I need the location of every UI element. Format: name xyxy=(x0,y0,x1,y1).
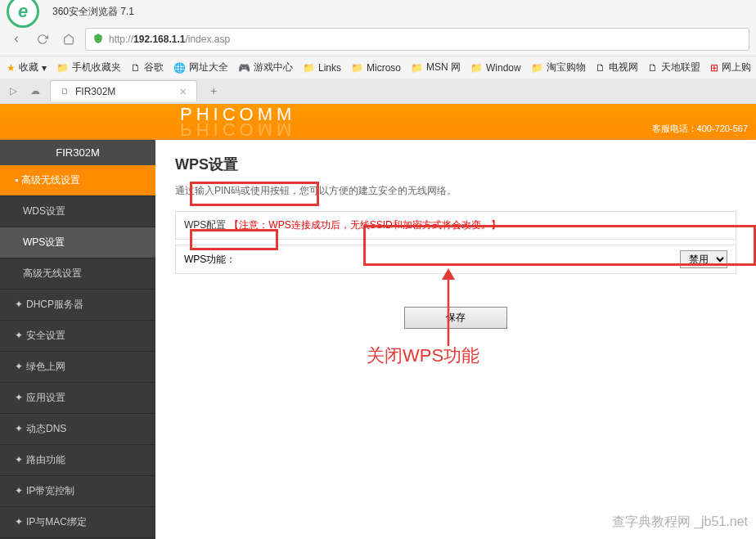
home-button[interactable] xyxy=(59,29,79,49)
sidebar-item-routing[interactable]: ✦路由功能 xyxy=(0,445,155,476)
bookmark-microso[interactable]: 📁Microso xyxy=(351,62,401,74)
content-area: WPS设置 通过输入PIN码或使用按钮，您可以方便的建立安全的无线网络。 WPS… xyxy=(155,140,756,539)
phicomm-logo: PHICOMM PHICOMM xyxy=(180,104,295,140)
wps-select[interactable]: 禁用 xyxy=(680,250,727,268)
back-button[interactable] xyxy=(7,29,26,49)
config-warning: 【注意：WPS连接成功后，无线SSID和加密方式将会改变。】 xyxy=(229,218,500,232)
tab-history-button[interactable]: ▷ xyxy=(7,82,20,100)
wps-function-row: WPS功能： 禁用 xyxy=(175,245,736,274)
page-title: WPS设置 xyxy=(175,155,736,174)
sidebar: FIR302M ▪高级无线设置 WDS设置 WPS设置 高级无线设置 ✦DHCP… xyxy=(0,140,155,539)
page-icon: 🗋 xyxy=(648,62,658,74)
url-bar[interactable]: http://192.168.1.1/index.asp xyxy=(85,28,749,51)
router-body: FIR302M ▪高级无线设置 WDS设置 WPS设置 高级无线设置 ✦DHCP… xyxy=(0,140,756,539)
sidebar-item-security[interactable]: ✦安全设置 xyxy=(0,321,155,352)
bookmark-games[interactable]: 🎮游戏中心 xyxy=(238,61,293,74)
folder-icon: 📁 xyxy=(303,62,315,74)
browser-chrome: e 360安全浏览器 7.1 http://192.168.1.1/index.… xyxy=(0,0,756,104)
refresh-button[interactable] xyxy=(33,29,52,49)
router-header: PHICOMM PHICOMM 客服电话：400-720-567 xyxy=(0,104,756,140)
grid-icon: ⊞ xyxy=(710,62,718,74)
tab-bar: ▷ ☁ 🗋 FIR302M × + xyxy=(0,79,756,103)
config-label: WPS配置 xyxy=(184,218,226,232)
page-icon: 🗋 xyxy=(131,62,141,74)
sidebar-item-wps[interactable]: WPS设置 xyxy=(0,227,155,258)
folder-icon: 📁 xyxy=(411,62,423,74)
folder-icon: 📁 xyxy=(56,62,69,74)
browser-title: 360安全浏览器 7.1 xyxy=(52,5,134,19)
title-bar: e 360安全浏览器 7.1 xyxy=(0,0,756,23)
bookmark-window[interactable]: 📁Window xyxy=(470,62,521,74)
folder-icon: 📁 xyxy=(351,62,363,74)
close-icon[interactable]: × xyxy=(180,85,187,98)
page-desc: 通过输入PIN码或使用按钮，您可以方便的建立安全的无线网络。 xyxy=(175,184,736,198)
folder-icon: 📁 xyxy=(531,62,543,74)
sidebar-title: FIR302M xyxy=(0,140,155,165)
wps-label: WPS功能： xyxy=(184,253,236,267)
new-tab-button[interactable]: + xyxy=(204,81,223,101)
folder-icon: 📁 xyxy=(470,62,483,74)
bookmark-bar: ★ 收藏 ▾ 📁手机收藏夹 🗋谷歌 🌐网址大全 🎮游戏中心 📁Links 📁Mi… xyxy=(0,56,756,79)
tab-restore-button[interactable]: ☁ xyxy=(27,82,43,100)
shield-icon xyxy=(92,33,104,47)
sidebar-item-app[interactable]: ✦应用设置 xyxy=(0,383,155,414)
sidebar-item-wds[interactable]: WDS设置 xyxy=(0,196,155,227)
bookmark-taobao[interactable]: 📁淘宝购物 xyxy=(531,61,586,74)
bookmark-mobile[interactable]: 📁手机收藏夹 xyxy=(56,61,121,74)
star-icon: ★ xyxy=(7,62,16,74)
bookmark-sites[interactable]: 🌐网址大全 xyxy=(173,61,228,74)
page-icon: 🗋 xyxy=(61,87,69,96)
url-prefix: http:// xyxy=(109,34,133,45)
url-path: /index.asp xyxy=(185,34,230,45)
bookmark-google[interactable]: 🗋谷歌 xyxy=(131,61,164,74)
globe-icon: 🌐 xyxy=(173,62,186,74)
bookmark-tiandi[interactable]: 🗋天地联盟 xyxy=(648,61,700,74)
nav-bar: http://192.168.1.1/index.asp xyxy=(0,23,756,56)
support-phone: 客服电话：400-720-567 xyxy=(652,123,748,135)
save-button[interactable]: 保存 xyxy=(404,307,507,329)
favorites-button[interactable]: ★ 收藏 ▾ xyxy=(7,61,47,74)
sidebar-item-ddns[interactable]: ✦动态DNS xyxy=(0,414,155,445)
sidebar-item-ipmac[interactable]: ✦IP与MAC绑定 xyxy=(0,507,155,538)
bookmark-shop[interactable]: ⊞网上购 xyxy=(710,61,751,74)
sidebar-item-dhcp[interactable]: ✦DHCP服务器 xyxy=(0,290,155,321)
gamepad-icon: 🎮 xyxy=(238,62,250,74)
sidebar-item-wireless-advanced[interactable]: ▪高级无线设置 xyxy=(0,165,155,196)
config-warning-row: WPS配置 【注意：WPS连接成功后，无线SSID和加密方式将会改变。】 xyxy=(175,211,736,240)
tab-active[interactable]: 🗋 FIR302M × xyxy=(50,80,197,101)
bookmark-tv[interactable]: 🗋电视网 xyxy=(596,61,638,74)
router-page: PHICOMM PHICOMM 客服电话：400-720-567 FIR302M… xyxy=(0,104,756,533)
sidebar-item-green[interactable]: ✦绿色上网 xyxy=(0,352,155,383)
bookmark-msn[interactable]: 📁MSN 网 xyxy=(411,61,461,74)
annotation-text: 关闭WPS功能 xyxy=(367,344,479,368)
page-icon: 🗋 xyxy=(596,62,605,74)
tab-title: FIR302M xyxy=(75,86,173,97)
watermark: 查字典教程网 _jb51.net xyxy=(612,514,748,531)
bookmark-links[interactable]: 📁Links xyxy=(303,62,341,74)
url-ip: 192.168.1.1 xyxy=(133,34,185,45)
sidebar-item-adv-wireless[interactable]: 高级无线设置 xyxy=(0,258,155,290)
sidebar-item-bandwidth[interactable]: ✦IP带宽控制 xyxy=(0,476,155,507)
